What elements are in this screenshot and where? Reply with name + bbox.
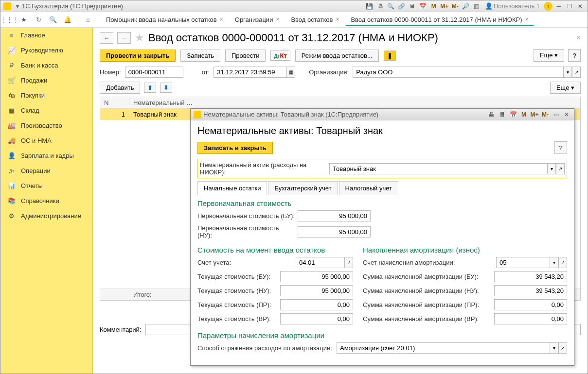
settings-icon[interactable]: ▥ (472, 2, 481, 11)
method-field[interactable] (337, 342, 550, 354)
link-icon[interactable]: 🔗 (397, 2, 406, 11)
add-button[interactable]: Добавить (100, 82, 140, 94)
maximize-icon[interactable]: ☐ (565, 2, 574, 11)
preview-icon[interactable]: 🔍 (387, 2, 395, 11)
sidebar-item-bank[interactable]: ₽Банк и касса (0, 58, 92, 73)
tab-assistant[interactable]: Помощник ввода начальных остатков× (101, 14, 229, 26)
help-button[interactable]: ? (568, 49, 581, 62)
dropdown-icon[interactable]: ▾ (13, 2, 22, 11)
table-more-button[interactable]: Еще ▾ (550, 82, 581, 94)
dt-kt-button[interactable]: ДтКт (270, 51, 290, 61)
tab-balances[interactable]: Ввод остатков× (285, 14, 344, 26)
post-button[interactable]: Провести (225, 50, 266, 62)
open-icon[interactable]: ↗ (556, 163, 565, 174)
sidebar-item-reports[interactable]: 📊Отчеты (0, 178, 92, 193)
history-icon[interactable]: ↻ (33, 14, 44, 26)
calendar-icon[interactable]: 📅 (419, 2, 428, 11)
close-icon[interactable]: × (220, 16, 223, 23)
close-icon[interactable]: ✕ (576, 2, 585, 11)
search-icon[interactable]: 🔍 (47, 14, 59, 26)
sidebar-item-assets[interactable]: 🚚ОС и НМА (0, 133, 92, 148)
sidebar-item-sales[interactable]: 🛒Продажи (0, 73, 92, 88)
write-button[interactable]: Записать (180, 50, 220, 62)
move-down-button[interactable]: ⬇ (160, 83, 172, 93)
cur-pr-field[interactable] (280, 299, 353, 310)
m-button[interactable]: M (519, 110, 528, 119)
dropdown-icon[interactable]: ▾ (547, 163, 556, 174)
apps-icon[interactable]: ⋮⋮⋮ (3, 14, 15, 26)
favorite-icon[interactable]: ★ (135, 32, 144, 44)
amort-account-field[interactable] (496, 257, 550, 268)
open-icon[interactable]: ↗ (572, 67, 581, 78)
info-icon[interactable]: i (544, 2, 552, 11)
sidebar-item-production[interactable]: 🏭Производство (0, 118, 92, 133)
post-and-close-button[interactable]: Провести и закрыть (100, 50, 176, 62)
zoom-icon[interactable]: 🔎 (462, 2, 470, 11)
tab-organizations[interactable]: Организации× (230, 14, 285, 26)
back-button[interactable]: ← (100, 32, 113, 44)
sidebar-item-main[interactable]: ≡Главное (0, 28, 92, 43)
tab-initial[interactable]: Начальные остатки (197, 181, 267, 195)
m-plus-button[interactable]: M+ (440, 2, 449, 11)
sidebar-item-operations[interactable]: ДтОперации (0, 163, 92, 178)
open-icon[interactable]: ↗ (558, 342, 567, 354)
tab-accounting[interactable]: Бухгалтерский учет (268, 181, 338, 195)
am-vr-field[interactable] (494, 313, 567, 324)
number-field[interactable] (125, 67, 183, 78)
cur-bu-field[interactable] (280, 271, 353, 282)
sidebar-item-purchases[interactable]: 🛍Покупки (0, 88, 92, 103)
minimize-icon[interactable]: ─ (554, 2, 563, 11)
init-nu-field[interactable] (298, 226, 371, 238)
close-icon[interactable]: × (336, 16, 339, 23)
date-field[interactable] (214, 67, 286, 78)
dropdown-icon[interactable]: ▾ (550, 257, 558, 268)
restore-icon[interactable]: ▭ (552, 110, 560, 119)
calc-icon[interactable]: 🖩 (498, 110, 507, 119)
user-menu[interactable]: 👤 Пользователь 1 (485, 2, 540, 10)
more-button[interactable]: Еще ▾ (534, 49, 564, 62)
m-minus-button[interactable]: M- (541, 110, 550, 119)
warning-button[interactable]: ❚ (384, 51, 396, 61)
am-bu-field[interactable] (494, 271, 567, 282)
open-icon[interactable]: ↗ (344, 257, 353, 268)
forward-button[interactable]: → (117, 32, 131, 44)
organization-field[interactable] (353, 67, 563, 78)
print-icon[interactable]: 🖶 (376, 2, 385, 11)
close-icon[interactable]: × (525, 16, 529, 23)
tab-document[interactable]: Ввод остатков 0000-000011 от 31.12.2017 … (345, 14, 534, 26)
close-icon[interactable]: × (276, 16, 279, 23)
home-icon[interactable]: ⌂ (82, 14, 94, 26)
tab-tax[interactable]: Налоговый учет (339, 181, 398, 195)
sidebar-item-directories[interactable]: 📚Справочники (0, 193, 92, 208)
calendar-icon[interactable]: 📅 (509, 110, 517, 119)
dropdown-icon[interactable]: ▾ (563, 67, 572, 78)
open-icon[interactable]: ↗ (558, 257, 567, 268)
sidebar-item-admin[interactable]: ⚙Администрирование (0, 208, 92, 223)
nma-field[interactable] (329, 163, 547, 174)
sidebar-item-warehouse[interactable]: ▦Склад (0, 103, 92, 118)
sidebar-item-payroll[interactable]: 👤Зарплата и кадры (0, 148, 92, 163)
balance-mode-button[interactable]: Режим ввода остатков... (295, 50, 379, 62)
sidebar-item-manager[interactable]: 📈Руководителю (0, 43, 92, 58)
move-up-button[interactable]: ⬆ (144, 83, 156, 93)
close-page-icon[interactable]: × (576, 34, 581, 42)
calc-icon[interactable]: 🖩 (408, 2, 417, 11)
cur-nu-field[interactable] (280, 285, 353, 296)
m-plus-button[interactable]: M+ (530, 110, 539, 119)
calendar-icon[interactable]: ▦ (286, 67, 295, 78)
cur-vr-field[interactable] (280, 313, 353, 324)
m-minus-button[interactable]: M- (451, 2, 460, 11)
am-nu-field[interactable] (494, 285, 567, 296)
save-icon[interactable]: 💾 (365, 2, 374, 11)
dropdown-icon[interactable]: ▾ (550, 342, 558, 354)
am-pr-field[interactable] (494, 299, 567, 310)
print-icon[interactable]: 🖶 (487, 110, 496, 119)
account-field[interactable] (296, 257, 344, 268)
bell-icon[interactable]: 🔔 (62, 14, 73, 26)
star-icon[interactable]: ★ (18, 14, 30, 26)
close-icon[interactable]: ✕ (562, 110, 571, 119)
init-bu-field[interactable] (298, 210, 371, 221)
m-button[interactable]: M (429, 2, 438, 11)
save-and-close-button[interactable]: Записать и закрыть (197, 142, 273, 154)
help-button[interactable]: ? (554, 141, 567, 154)
